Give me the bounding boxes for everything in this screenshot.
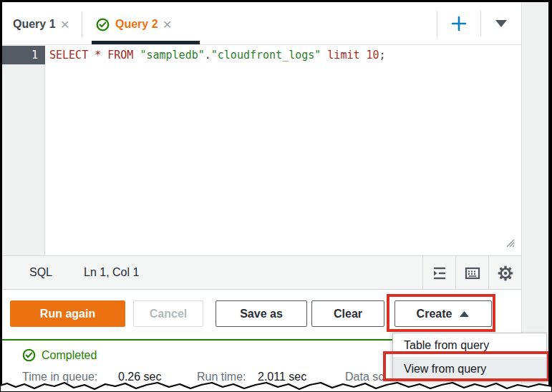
sql-dot: . bbox=[205, 49, 211, 62]
sql-keyword-limit: limit bbox=[327, 49, 366, 62]
time-in-queue-value: 0.26 sec bbox=[118, 371, 161, 383]
query-status: Completed bbox=[22, 348, 97, 362]
sql-semicolon: ; bbox=[379, 49, 386, 62]
line-number-gutter: 1 bbox=[2, 45, 45, 255]
editor-resize-handle[interactable] bbox=[504, 237, 515, 251]
keyboard-icon bbox=[463, 264, 482, 283]
tab-query-2-label: Query 2 bbox=[115, 18, 158, 31]
language-indicator: SQL bbox=[29, 266, 52, 279]
screenshot-border bbox=[0, 0, 552, 2]
editor-settings-button[interactable] bbox=[488, 256, 521, 290]
data-scanned-label-clipped: Data sc bbox=[345, 371, 384, 383]
close-icon[interactable]: × bbox=[61, 18, 69, 31]
time-in-queue-label: Time in queue: bbox=[22, 371, 97, 383]
run-time-label: Run time: bbox=[197, 371, 246, 383]
create-button-label: Create bbox=[417, 308, 452, 320]
close-icon[interactable]: × bbox=[163, 18, 172, 31]
editor-status-bar: SQL Ln 1, Col 1 bbox=[2, 255, 521, 290]
tab-separator bbox=[82, 11, 82, 37]
format-indent-icon bbox=[430, 264, 449, 283]
menu-item-table-from-query[interactable]: Table from query bbox=[393, 333, 546, 357]
new-query-tab-button[interactable] bbox=[437, 6, 480, 41]
sql-statement-line[interactable]: SELECT * FROM "sampledb"."cloudfront_log… bbox=[49, 46, 386, 64]
athena-query-editor-screenshot: Query 1 × Query 2 × bbox=[0, 0, 552, 392]
run-again-button[interactable]: Run again bbox=[10, 300, 125, 327]
query-actions-toolbar: Run again Cancel Save as Clear Create bbox=[2, 290, 521, 339]
sql-code-editor[interactable]: 1 SELECT * FROM "sampledb"."cloudfront_l… bbox=[2, 44, 521, 255]
query-tab-bar: Query 1 × Query 2 × bbox=[2, 2, 521, 44]
menu-item-view-from-query[interactable]: View from query bbox=[393, 357, 546, 381]
sql-space bbox=[321, 49, 327, 62]
tab-list-menu-button[interactable] bbox=[481, 6, 521, 41]
save-as-button[interactable]: Save as bbox=[216, 300, 307, 327]
check-circle-icon bbox=[22, 348, 36, 362]
check-circle-icon bbox=[96, 18, 110, 31]
keyboard-shortcuts-button[interactable] bbox=[455, 256, 488, 290]
gear-icon bbox=[496, 264, 515, 283]
run-time-value: 2.011 sec bbox=[258, 371, 306, 383]
right-background-strip bbox=[521, 2, 548, 383]
status-completed-label: Completed bbox=[42, 349, 97, 362]
clear-button[interactable]: Clear bbox=[311, 300, 384, 327]
create-dropdown-menu: Table from query View from query bbox=[392, 333, 547, 381]
tab-bar-controls bbox=[437, 2, 521, 44]
line-number: 1 bbox=[2, 46, 45, 64]
cursor-position: Ln 1, Col 1 bbox=[84, 266, 139, 279]
status-bar-actions bbox=[422, 256, 521, 290]
create-menu-button[interactable]: Create bbox=[394, 300, 492, 327]
caret-up-icon bbox=[459, 310, 470, 318]
sql-string-table: "cloudfront_logs" bbox=[211, 49, 321, 62]
caret-down-icon bbox=[494, 19, 508, 28]
cancel-button[interactable]: Cancel bbox=[133, 300, 203, 327]
sql-string-database: "sampledb" bbox=[140, 49, 204, 62]
tab-query-1-label: Query 1 bbox=[13, 18, 56, 31]
format-query-button[interactable] bbox=[422, 256, 455, 290]
sql-number: 10 bbox=[367, 49, 379, 62]
tab-query-2[interactable]: Query 2 × bbox=[96, 12, 172, 36]
screenshot-border bbox=[0, 0, 2, 386]
sql-keyword: SELECT * FROM bbox=[49, 49, 140, 62]
screenshot-border bbox=[548, 0, 552, 386]
tab-query-1[interactable]: Query 1 × bbox=[13, 12, 69, 36]
plus-icon bbox=[450, 15, 468, 32]
